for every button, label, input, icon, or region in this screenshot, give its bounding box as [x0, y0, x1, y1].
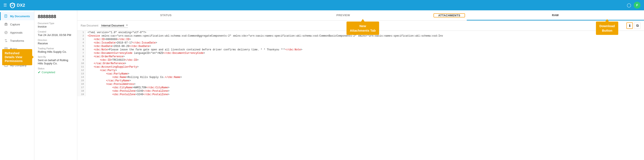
- code-line: 7 <cbc:DocumentCurrencyCode languageID="…: [77, 51, 644, 55]
- line-number: 5: [77, 45, 86, 48]
- code-line: 17 <cbc:CityName>HAMILTON</cbc:CityName>: [77, 86, 644, 89]
- logo-text: DX2: [17, 3, 25, 8]
- line-code-text: <cbc:Note>Please leave the farm gate ope…: [86, 48, 304, 51]
- main-content: STATUS PREVIEW ATTACHMENTS RAW NewAttach…: [77, 10, 644, 160]
- transforms-icon: [4, 39, 8, 43]
- download-callout-wrapper: DownloadButton: [596, 22, 618, 35]
- line-number: 15: [77, 79, 86, 83]
- line-code-text: </cac:PartyName>: [86, 79, 132, 83]
- code-line: 16 <cac:PostalAddress>: [77, 83, 644, 86]
- raw-doc-select-wrapper[interactable]: Internal Document Original Document: [100, 24, 128, 28]
- code-line: 9 <cbc:ID>TRC34823</cbc:ID>: [77, 58, 644, 62]
- code-line: 15 </cac:PartyName>: [77, 79, 644, 83]
- hamburger-icon[interactable]: ☰: [4, 3, 7, 8]
- download-button[interactable]: ⬇: [626, 22, 633, 29]
- line-code-text: </cac:OrderReference>: [86, 62, 128, 65]
- line-number: 19: [77, 93, 86, 96]
- direction-label: Direction: [38, 39, 74, 41]
- tab-raw[interactable]: RAW: [467, 10, 644, 21]
- line-code-text: <cbc:PostalZone>3240</cbc:PostalZone>: [86, 89, 171, 93]
- document-panel: 8888888 Document Type Invoice Created Tu…: [34, 10, 77, 160]
- sidebar-label-capture: Capture: [10, 23, 20, 26]
- code-line: 10 </cac:OrderReference>: [77, 62, 644, 65]
- approvals-icon: [4, 31, 8, 34]
- capture-icon: [4, 22, 8, 26]
- top-navigation: ☰ DX2 ◯ F: [0, 0, 644, 10]
- raw-doc-select[interactable]: Internal Document Original Document: [100, 24, 128, 28]
- line-number: 7: [77, 51, 86, 55]
- line-code-text: <cac:PartyName>: [86, 72, 131, 75]
- copy-button[interactable]: ⧉: [634, 22, 640, 29]
- tab-attachments[interactable]: ATTACHMENTS: [434, 13, 465, 18]
- document-type-label: Document Type: [38, 22, 74, 25]
- line-number: 4: [77, 41, 86, 45]
- sidebar-item-my-documents[interactable]: My Documents: [0, 12, 34, 20]
- status-badge: ✔ Completed: [38, 70, 55, 74]
- line-number: 14: [77, 75, 86, 79]
- sent-by-value: Sent on behalf of Rolling Hills Supply C…: [38, 59, 74, 65]
- tab-status[interactable]: STATUS: [77, 10, 254, 21]
- line-code-text: <Invoice xmlns:cac="urn:oasis:names:spec…: [86, 34, 445, 38]
- svg-rect-6: [5, 23, 7, 24]
- raw-doc-label: Raw Document: [81, 24, 98, 27]
- line-code-text: <cbc:PostalZone>3240</cbc:PostalZone>: [86, 93, 171, 96]
- line-code-text: <cbc:IssueDate>2018-07-17</cbc:IssueDate…: [86, 41, 159, 45]
- trading-partner-label: Trading Partner: [38, 47, 74, 50]
- new-attachments-callout-wrapper: NewAttachments Tab: [346, 22, 379, 35]
- line-number: 12: [77, 69, 86, 72]
- line-number: 13: [77, 72, 86, 75]
- line-number: 17: [77, 86, 86, 89]
- code-line: 13 <cac:PartyName>: [77, 72, 644, 75]
- code-line: 3 <cbc:ID>8888888</cbc:ID>: [77, 38, 644, 41]
- line-number: 16: [77, 83, 86, 86]
- status-value: Completed: [42, 71, 55, 74]
- logo-icon: [10, 2, 16, 8]
- sent-by-label: Sent By: [38, 56, 74, 58]
- line-code-text: <cac:OrderReference>: [86, 55, 126, 58]
- sidebar-label-transforms: Transforms: [10, 39, 24, 42]
- line-number: 8: [77, 55, 86, 58]
- line-number: 18: [77, 89, 86, 93]
- svg-point-5: [6, 24, 7, 25]
- code-line: 18 <cbc:PostalZone>3240</cbc:PostalZone>: [77, 89, 644, 93]
- sidebar-item-capture[interactable]: Capture: [0, 20, 34, 28]
- line-number: 1: [77, 31, 86, 34]
- line-code-text: <cbc:Name>Rolling Hills Supply Co.</cbc:…: [86, 75, 184, 79]
- line-code-text: <cbc:DocumentCurrencyCode languageID="en…: [86, 51, 207, 55]
- line-code-text: <cbc:CityName>HAMILTON</cbc:CityName>: [86, 86, 171, 89]
- sidebar: RefreshedDetails ViewPermissions My Docu…: [0, 10, 34, 160]
- logo: DX2: [10, 2, 25, 8]
- status-label: Status: [38, 67, 74, 70]
- code-line: 5 <cbc:DueDate>2018-08-20</cbc:DueDate>: [77, 45, 644, 48]
- line-number: 6: [77, 48, 86, 51]
- document-number: 8888888: [38, 14, 74, 19]
- line-code-text: <cbc:ID>TRC34823</cbc:ID>: [86, 58, 140, 62]
- code-view: 1<?xml version="1.0" encoding="utf-8"?>2…: [77, 31, 644, 160]
- code-lines: 1<?xml version="1.0" encoding="utf-8"?>2…: [77, 31, 644, 96]
- code-line: 19 <cbc:PostalZone>3240</cbc:PostalZone>: [77, 93, 644, 96]
- download-callout: DownloadButton: [596, 22, 618, 35]
- line-code-text: <cbc:ID>8888888</cbc:ID>: [86, 38, 132, 41]
- direction-value: Receive: [38, 42, 74, 45]
- created-label: Created: [38, 30, 74, 33]
- created-value: Tue 24 Jul 2018, 03:56 PM: [38, 33, 74, 37]
- tab-preview[interactable]: PREVIEW: [254, 10, 432, 21]
- documents-icon: [4, 14, 8, 18]
- document-type-value: Invoice: [38, 25, 74, 28]
- code-line: 14 <cbc:Name>Rolling Hills Supply Co.</c…: [77, 75, 644, 79]
- user-avatar[interactable]: F: [634, 2, 640, 9]
- new-attachments-callout: NewAttachments Tab: [346, 22, 379, 35]
- line-number: 10: [77, 62, 86, 65]
- line-number: 2: [77, 34, 86, 38]
- refreshed-details-callout: RefreshedDetails ViewPermissions: [2, 49, 32, 65]
- code-line: 11 <cac:AccountingSupplierParty>: [77, 65, 644, 69]
- line-number: 9: [77, 58, 86, 62]
- bell-icon[interactable]: ◯: [627, 3, 631, 8]
- check-circle-icon: ✔: [38, 70, 40, 74]
- sidebar-item-transforms[interactable]: Transforms: [0, 37, 34, 45]
- sidebar-item-approvals[interactable]: Approvals: [0, 28, 34, 37]
- line-code-text: <?xml version="1.0" encoding="utf-8"?>: [86, 31, 148, 34]
- line-code-text: <cbc:DueDate>2018-08-20</cbc:DueDate>: [86, 45, 152, 48]
- raw-area: Raw Document Internal Document Original …: [77, 21, 644, 160]
- trading-partner-value: Rolling Hills Supply Co.: [38, 50, 74, 53]
